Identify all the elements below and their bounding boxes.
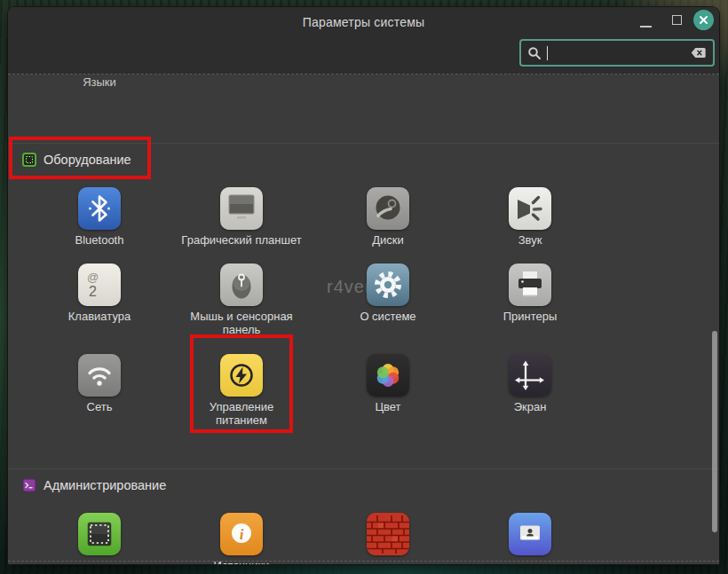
system-settings-window: Параметры системы Языки r4ven.me bbox=[8, 7, 719, 564]
item-label: Сеть bbox=[33, 400, 166, 413]
settings-item-login-window[interactable] bbox=[459, 513, 601, 559]
settings-item-firewall[interactable] bbox=[317, 513, 459, 559]
disks-icon bbox=[367, 187, 409, 230]
highlight-box-power-management bbox=[190, 334, 293, 433]
login-window-icon bbox=[509, 513, 551, 555]
network-icon bbox=[78, 354, 121, 397]
svg-text:i: i bbox=[240, 526, 244, 543]
administration-section-icon bbox=[22, 478, 36, 492]
scrollbar[interactable] bbox=[712, 331, 717, 532]
svg-text:2: 2 bbox=[89, 284, 97, 299]
settings-item-sources[interactable]: i Источники bbox=[170, 513, 313, 564]
settings-item-sound[interactable]: Звук bbox=[459, 187, 601, 247]
highlight-box-hardware bbox=[9, 137, 151, 179]
section-separator bbox=[8, 468, 719, 469]
driver-manager-icon bbox=[78, 513, 121, 555]
search-box[interactable] bbox=[519, 39, 715, 67]
firewall-icon bbox=[367, 513, 409, 555]
settings-item-bluetooth[interactable]: Bluetooth bbox=[28, 187, 170, 247]
close-icon bbox=[699, 15, 708, 25]
item-label: Bluetooth bbox=[33, 233, 166, 247]
maximize-button[interactable] bbox=[672, 15, 682, 25]
svg-text:@: @ bbox=[87, 271, 99, 284]
settings-item-system-info[interactable]: О системе bbox=[317, 263, 459, 323]
settings-item-keyboard[interactable]: @ 2 Клавиатура bbox=[28, 263, 170, 323]
settings-item-printers[interactable]: Принтеры bbox=[459, 263, 601, 323]
settings-item-driver-manager[interactable] bbox=[28, 513, 170, 559]
minimize-button[interactable] bbox=[640, 26, 652, 28]
item-label: Принтеры bbox=[463, 310, 597, 323]
printers-icon bbox=[509, 263, 551, 306]
window-title: Параметры системы bbox=[8, 15, 719, 29]
scroll-overflow-indicator bbox=[8, 561, 719, 562]
search-input[interactable] bbox=[553, 46, 684, 59]
search-icon bbox=[527, 46, 542, 60]
settings-item-color[interactable]: Цвет bbox=[317, 354, 459, 413]
item-label: Цвет bbox=[321, 400, 455, 413]
item-label: Графический планшет bbox=[175, 233, 308, 247]
window-header: Параметры системы bbox=[8, 7, 719, 75]
settings-item-network[interactable]: Сеть bbox=[28, 354, 170, 413]
system-info-icon bbox=[367, 263, 409, 306]
section-label: Администрирование bbox=[44, 478, 166, 492]
graphics-tablet-icon bbox=[220, 187, 263, 230]
settings-scroll-area: Языки r4ven.me Оборудование Bluetooth bbox=[8, 75, 719, 564]
display-icon bbox=[509, 354, 551, 397]
settings-item-graphics-tablet[interactable]: Графический планшет bbox=[170, 187, 313, 247]
color-icon bbox=[367, 354, 409, 397]
settings-item-mouse[interactable]: Мышь и сенсорная панель bbox=[170, 263, 313, 336]
bluetooth-icon bbox=[78, 187, 121, 230]
scrolled-out-item-label[interactable]: Языки bbox=[28, 75, 170, 89]
item-label: Экран bbox=[463, 400, 597, 413]
mouse-icon bbox=[220, 263, 263, 306]
settings-item-display[interactable]: Экран bbox=[459, 354, 601, 413]
item-label: Звук bbox=[463, 233, 597, 247]
text-cursor bbox=[547, 46, 548, 60]
clear-search-icon[interactable] bbox=[690, 46, 707, 59]
item-label: Источники bbox=[175, 559, 308, 564]
item-label: О системе bbox=[321, 310, 455, 323]
close-button[interactable] bbox=[693, 10, 714, 30]
item-label: Мышь и сенсорная панель bbox=[183, 310, 300, 336]
keyboard-icon: @ 2 bbox=[78, 263, 121, 306]
sources-icon: i bbox=[220, 513, 263, 555]
section-header-administration: Администрирование bbox=[22, 478, 166, 492]
sound-icon bbox=[509, 187, 551, 230]
item-label: Клавиатура bbox=[33, 310, 166, 323]
item-label: Диски bbox=[321, 233, 455, 247]
settings-item-disks[interactable]: Диски bbox=[317, 187, 459, 247]
